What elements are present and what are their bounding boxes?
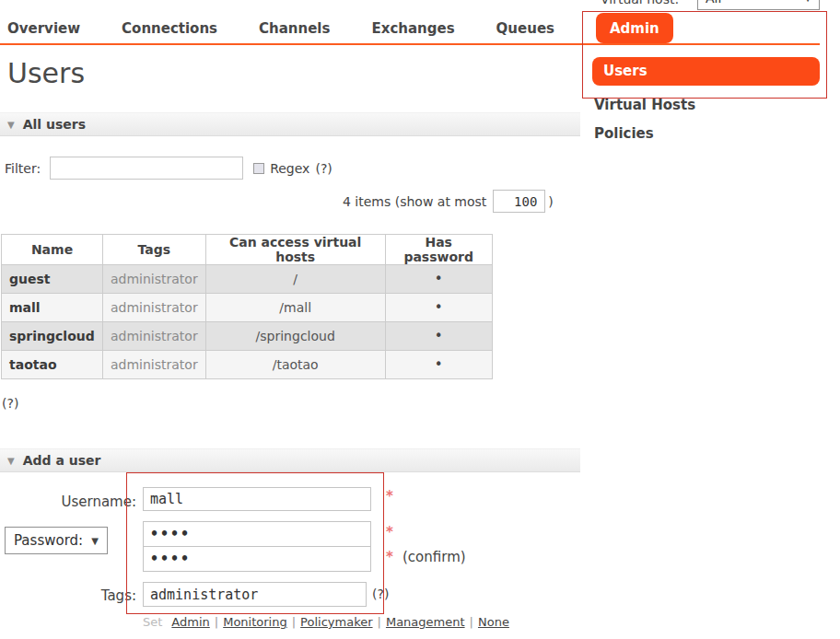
username-input[interactable] bbox=[143, 487, 371, 511]
column-header-tags: Tags bbox=[103, 235, 206, 265]
column-header-has-password: Has password bbox=[385, 235, 492, 265]
password-confirm-required-marker: * bbox=[386, 549, 393, 565]
set-tag-link-policymaker[interactable]: Policymaker bbox=[300, 615, 372, 629]
set-tag-link-management[interactable]: Management bbox=[386, 615, 465, 629]
user-vhosts: /springcloud bbox=[205, 322, 385, 351]
user-has-password-dot: • bbox=[385, 351, 492, 379]
tag-link-separator: | bbox=[378, 615, 381, 629]
filter-input[interactable] bbox=[50, 157, 243, 180]
section-title-all-users: All users bbox=[23, 117, 86, 132]
username-required-marker: * bbox=[386, 488, 393, 505]
table-row-mall: malladministrator/mall• bbox=[2, 294, 493, 322]
user-vhosts: /taotao bbox=[205, 351, 385, 379]
user-name-link[interactable]: mall bbox=[2, 294, 103, 322]
sidebar-item-policies[interactable]: Policies bbox=[592, 125, 820, 142]
filter-label: Filter: bbox=[5, 161, 41, 176]
tags-help-link[interactable]: (?) bbox=[372, 587, 389, 601]
users-table-help-link[interactable]: (?) bbox=[2, 396, 18, 411]
tab-exchanges[interactable]: Exchanges bbox=[371, 13, 454, 43]
main-nav: OverviewConnectionsChannelsExchangesQueu… bbox=[0, 13, 673, 43]
collapse-triangle-icon: ▼ bbox=[7, 456, 15, 466]
section-title-add-a-user: Add a user bbox=[23, 453, 101, 468]
user-name-link[interactable]: guest bbox=[2, 265, 103, 294]
user-tags: administrator bbox=[103, 351, 206, 379]
column-header-name: Name bbox=[2, 235, 103, 265]
user-tags: administrator bbox=[103, 265, 206, 294]
regex-label: Regex bbox=[270, 161, 309, 176]
tab-admin[interactable]: Admin bbox=[596, 13, 673, 43]
section-header-add-a-user[interactable]: ▼ Add a user bbox=[0, 448, 580, 472]
password-required-marker: * bbox=[386, 524, 393, 540]
table-row-guest: guestadministrator/• bbox=[2, 265, 493, 294]
items-count-suffix: ) bbox=[548, 194, 553, 209]
user-name-link[interactable]: springcloud bbox=[2, 322, 103, 351]
tab-connections[interactable]: Connections bbox=[122, 13, 217, 43]
user-tags: administrator bbox=[103, 294, 206, 322]
sidebar-item-virtual-hosts[interactable]: Virtual Hosts bbox=[592, 97, 820, 113]
chevron-down-icon: ▼ bbox=[804, 0, 811, 3]
users-table: NameTagsCan access virtual hostsHas pass… bbox=[1, 234, 493, 379]
set-tag-link-monitoring[interactable]: Monitoring bbox=[223, 615, 287, 629]
password-select-label: Password: bbox=[14, 532, 83, 549]
password-type-select[interactable]: Password: ▼ bbox=[5, 527, 108, 554]
table-row-springcloud: springcloudadministrator/springcloud• bbox=[2, 322, 493, 351]
username-label: Username: bbox=[51, 494, 136, 510]
tag-link-separator: | bbox=[470, 615, 473, 629]
regex-checkbox[interactable] bbox=[253, 163, 264, 174]
page-title: Users bbox=[7, 57, 85, 89]
tags-input[interactable] bbox=[143, 582, 367, 607]
confirm-label: (confirm) bbox=[402, 549, 466, 565]
user-tags: administrator bbox=[103, 322, 206, 351]
user-has-password-dot: • bbox=[385, 294, 492, 322]
section-header-all-users[interactable]: ▼ All users bbox=[0, 112, 580, 136]
user-has-password-dot: • bbox=[385, 265, 492, 294]
virtual-host-label: Virtual host: bbox=[601, 0, 679, 6]
set-tags-row: SetAdmin|Monitoring|Policymaker|Manageme… bbox=[143, 615, 509, 629]
chevron-down-icon: ▼ bbox=[91, 536, 99, 546]
set-tag-link-none[interactable]: None bbox=[478, 615, 509, 629]
table-row-taotao: taotaoadministrator/taotao• bbox=[2, 351, 493, 379]
password-input[interactable] bbox=[143, 521, 371, 547]
user-name-link[interactable]: taotao bbox=[2, 351, 103, 379]
tab-overview[interactable]: Overview bbox=[7, 13, 80, 43]
tag-link-separator: | bbox=[215, 615, 218, 629]
virtual-host-value: All bbox=[706, 0, 721, 6]
items-count-row: 4 items (show at most ) bbox=[343, 190, 554, 213]
filter-row: Filter: Regex (?) bbox=[5, 157, 332, 180]
table-header-row: NameTagsCan access virtual hostsHas pass… bbox=[2, 235, 493, 265]
show-at-most-input[interactable] bbox=[493, 190, 545, 213]
user-has-password-dot: • bbox=[385, 322, 492, 351]
items-count-text: 4 items (show at most bbox=[343, 194, 486, 209]
set-tag-link-admin[interactable]: Admin bbox=[171, 615, 209, 629]
collapse-triangle-icon: ▼ bbox=[7, 120, 15, 130]
password-confirm-input[interactable] bbox=[143, 546, 371, 572]
set-label: Set bbox=[143, 615, 162, 629]
user-vhosts: / bbox=[205, 265, 385, 294]
virtual-host-select[interactable]: All ▼ bbox=[697, 0, 820, 10]
tab-queues[interactable]: Queues bbox=[496, 13, 554, 43]
nav-underline bbox=[0, 43, 820, 45]
sidebar: UsersVirtual HostsPolicies bbox=[592, 57, 820, 154]
regex-help-link[interactable]: (?) bbox=[315, 161, 332, 176]
tags-label: Tags: bbox=[51, 587, 136, 604]
sidebar-item-users[interactable]: Users bbox=[592, 57, 820, 86]
user-vhosts: /mall bbox=[205, 294, 385, 322]
column-header-can-access-virtual-hosts: Can access virtual hosts bbox=[205, 235, 385, 265]
tab-channels[interactable]: Channels bbox=[259, 13, 330, 43]
tag-link-separator: | bbox=[292, 615, 296, 629]
